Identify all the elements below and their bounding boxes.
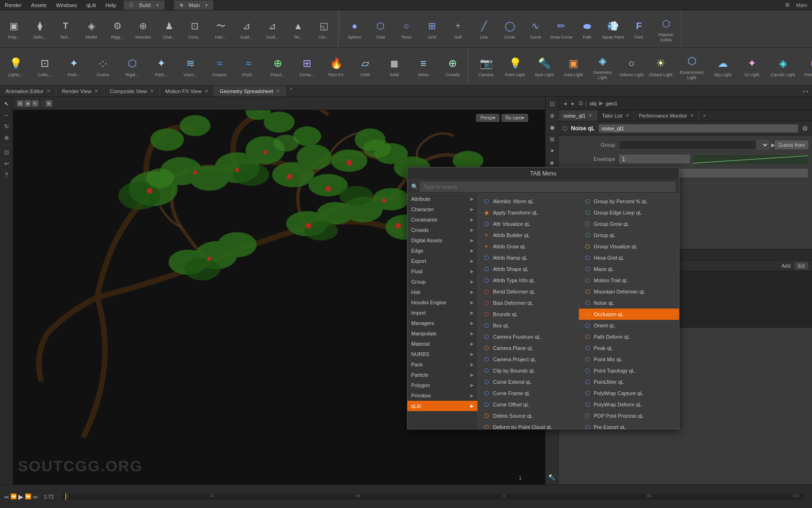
menu-item-attrgrow[interactable]: +Attrib Grow qL bbox=[478, 241, 578, 252]
menu-item-groupedgeloop[interactable]: ⬡Group Edge Loop qL bbox=[579, 207, 679, 218]
node-name-input[interactable] bbox=[599, 124, 798, 133]
menu-item-deformbypointcloud[interactable]: ⬡Deform by Point Cloud qL bbox=[478, 421, 578, 429]
menu-item-pointjitter[interactable]: ⬡PointJitter qL bbox=[579, 376, 679, 388]
main-tab[interactable]: ⊕ Main ▾ bbox=[174, 0, 214, 10]
undo-btn[interactable]: ↩ bbox=[1, 159, 12, 169]
guess-from-btn[interactable]: Guess from bbox=[775, 141, 808, 149]
menu-item-biasdeformer[interactable]: ⬡Bias Deformer qL bbox=[478, 297, 578, 309]
menu-render[interactable]: Render bbox=[3, 1, 23, 9]
playhead[interactable] bbox=[65, 493, 66, 500]
menu-item-curveframe[interactable]: ⬡Curve Frame qL bbox=[478, 388, 578, 399]
cat-export[interactable]: Export ▶ bbox=[407, 256, 477, 266]
lights-parti2[interactable]: ✦ Parti... bbox=[147, 50, 176, 84]
sidebar-btn-2[interactable]: ⊕ bbox=[547, 111, 557, 121]
lights-visco[interactable]: ≋ Visco... bbox=[176, 50, 205, 84]
cat-edge[interactable]: Edge ▶ bbox=[407, 246, 477, 256]
shape-torus[interactable]: ○ Torus bbox=[393, 12, 419, 46]
shape-sphere[interactable]: ● Sphere bbox=[342, 12, 367, 46]
snap-btn[interactable]: ⊕ bbox=[46, 100, 52, 107]
light-point[interactable]: 💡 Point Light bbox=[500, 50, 530, 84]
shape-drawcurve[interactable]: ✏ Draw Curve bbox=[548, 12, 574, 46]
menu-item-pointtopology[interactable]: ⬡Point Topology qL bbox=[579, 365, 679, 376]
light-env[interactable]: ⬡ Environment Light bbox=[675, 50, 708, 84]
cat-qlib[interactable]: qLib ▶ bbox=[407, 401, 477, 411]
shape-curve[interactable]: ∿ Curve bbox=[523, 12, 548, 46]
light-portal[interactable]: ⬡ Portal Light bbox=[799, 50, 812, 84]
menu-item-poppostprocess[interactable]: ⬡POP Post Process qL bbox=[579, 410, 679, 421]
menu-item-peakql[interactable]: ⬡Peak qL bbox=[579, 342, 679, 354]
nav-forward-icon[interactable]: ► bbox=[570, 101, 576, 106]
menu-item-mountaindeformer[interactable]: ⬡Mountain Deformer qL bbox=[579, 286, 679, 297]
cat-import[interactable]: Import ▶ bbox=[407, 308, 477, 318]
cat-fluid[interactable]: Fluid ▶ bbox=[407, 266, 477, 277]
transport-first-icon[interactable]: ⏮ bbox=[4, 494, 9, 500]
lights-parti[interactable]: ✦ Parti... bbox=[59, 50, 88, 84]
sidebar-btn-5[interactable]: ✦ bbox=[547, 146, 557, 156]
rotate-tool-btn[interactable]: ↻ bbox=[1, 121, 12, 132]
sidebar-btn-3[interactable]: ◉ bbox=[547, 122, 557, 133]
transport-prev-icon[interactable]: ⏪ bbox=[10, 493, 17, 500]
menu-item-pointmix[interactable]: ⬡Point Mix qL bbox=[579, 354, 679, 365]
tab-close-render[interactable]: ✕ bbox=[94, 88, 98, 94]
cat-primitive[interactable]: Primitive ▶ bbox=[407, 390, 477, 401]
light-volume[interactable]: ○ Volume Light bbox=[617, 50, 646, 84]
edit-node-btn[interactable]: Ed bbox=[795, 262, 808, 270]
menu-item-groupbypercent[interactable]: ⬡Group by Percent % qL bbox=[579, 196, 679, 207]
cat-managers[interactable]: Managers ▶ bbox=[407, 318, 477, 328]
cat-material[interactable]: Material ▶ bbox=[407, 339, 477, 349]
camera-nav-btn[interactable]: ⊡ bbox=[1, 147, 12, 158]
shape-font[interactable]: F Font bbox=[626, 12, 652, 46]
scale-tool-btn[interactable]: ⊕ bbox=[1, 133, 12, 143]
help-btn[interactable]: ? bbox=[1, 170, 12, 180]
group-input[interactable] bbox=[619, 140, 756, 150]
shape-tube[interactable]: ⬡ Tube bbox=[367, 12, 393, 46]
menu-item-mazeql[interactable]: ⬡Maze qL bbox=[579, 263, 679, 275]
persp-button[interactable]: Persp▾ bbox=[476, 114, 499, 122]
menu-item-attrbuilder[interactable]: +Attrib Builder qL bbox=[478, 230, 578, 241]
light-geo[interactable]: ◈ Geometry Light bbox=[588, 50, 617, 84]
menu-item-groupvisualize[interactable]: ⬡Group Visualize qL bbox=[579, 241, 679, 252]
tool-poly[interactable]: ▣ Poly... bbox=[1, 12, 27, 46]
nav-back-icon[interactable]: ◄ bbox=[562, 101, 568, 106]
rpanel-tab-noise-close[interactable]: ✕ bbox=[588, 113, 592, 118]
rpanel-tab-take[interactable]: Take List ✕ bbox=[597, 110, 634, 121]
shape-circle[interactable]: ◯ Circle bbox=[497, 12, 523, 46]
tab-composite[interactable]: Composite View ✕ bbox=[104, 86, 160, 96]
menu-item-cameraplane[interactable]: ⬡Camera Plane qL bbox=[478, 342, 578, 354]
cat-attribute[interactable]: Attribute ▶ bbox=[407, 194, 477, 204]
menu-item-noiseql[interactable]: ⬡Noise qL bbox=[579, 297, 679, 309]
lights-wires[interactable]: ≡ Wires bbox=[409, 50, 438, 84]
envelope-ramp[interactable] bbox=[692, 154, 808, 164]
menu-item-polywrapdeform[interactable]: ⬡PolyWrap Deform qL bbox=[579, 399, 679, 410]
menu-item-motiontrail[interactable]: ⬡Motion Trail qL bbox=[579, 275, 679, 286]
menu-item-orientql[interactable]: ⬡Orient qL bbox=[579, 320, 679, 331]
menu-item-debrisource[interactable]: ⬡Debris Source qL bbox=[478, 410, 578, 421]
transport-next-icon[interactable]: ⏩ bbox=[25, 493, 31, 500]
tab-menu-search-input[interactable] bbox=[420, 182, 675, 191]
shape-spraypaint[interactable]: 💨 Spray Paint bbox=[600, 12, 626, 46]
menu-item-polywrapcapture[interactable]: ⬡PolyWrap Capture qL bbox=[579, 388, 679, 399]
group-dropdown[interactable] bbox=[757, 140, 769, 150]
cat-nurbs[interactable]: NURBS ▶ bbox=[407, 349, 477, 359]
lights-solid[interactable]: ◼ Solid bbox=[380, 50, 409, 84]
menu-help[interactable]: Help bbox=[104, 1, 118, 9]
light-spot[interactable]: 🔦 Spot Light bbox=[530, 50, 559, 84]
tool-ter[interactable]: ▲ Ter... bbox=[285, 12, 311, 46]
sidebar-btn-1[interactable]: ⊡ bbox=[547, 99, 557, 109]
menu-item-curveoffset[interactable]: ⬡Curve Offset qL bbox=[478, 399, 578, 410]
menu-item-groupql[interactable]: ⬡Group qL bbox=[579, 230, 679, 241]
menu-item-cameraproject[interactable]: ⬡Camera Project qL bbox=[478, 354, 578, 365]
lights-cloth[interactable]: ▱ Cloth bbox=[351, 50, 380, 84]
lights-fluid[interactable]: ≈ Fluid... bbox=[234, 50, 263, 84]
menu-qlib[interactable]: qLib bbox=[85, 1, 98, 9]
rpanel-tab-perf-close[interactable]: ✕ bbox=[690, 113, 694, 118]
lights-rigid[interactable]: ⬡ Rigid... bbox=[117, 50, 147, 84]
tool-rigg[interactable]: ⚙ Rigg... bbox=[104, 12, 130, 46]
shape-line[interactable]: ╱ Line bbox=[471, 12, 497, 46]
tab-close-anim[interactable]: ✕ bbox=[47, 88, 50, 94]
menu-item-pathdeform[interactable]: ⬡Path Deform qL bbox=[579, 331, 679, 342]
light-camera[interactable]: 📷 Camera bbox=[471, 50, 500, 84]
light-caustic[interactable]: ◈ Caustic Light bbox=[766, 50, 799, 84]
cat-houdiniengine[interactable]: Houdini Engine ▶ bbox=[407, 297, 477, 308]
nav-home-icon[interactable]: ⊡ bbox=[578, 100, 583, 106]
